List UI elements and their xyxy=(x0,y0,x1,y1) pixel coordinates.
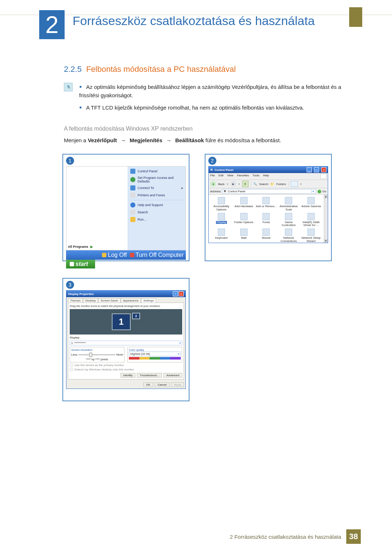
up-button[interactable]: ⬆ xyxy=(242,181,249,187)
chapter-title: Forráseszköz csatlakoztatása és használa… xyxy=(73,14,315,28)
cp-icon[interactable]: Display xyxy=(211,213,232,227)
primary-monitor-checkbox[interactable]: Use this device as the primary monitor. xyxy=(70,364,182,367)
tab-appearance[interactable]: Appearance xyxy=(121,298,141,303)
ok-button[interactable]: OK xyxy=(143,382,154,387)
go-button[interactable]: Go xyxy=(318,190,326,193)
cp-icon[interactable]: Accessibility Options xyxy=(211,197,232,212)
checkbox[interactable] xyxy=(70,364,73,367)
cp-icon[interactable]: Folder Options xyxy=(233,213,254,227)
tab-settings[interactable]: Settings xyxy=(141,298,156,303)
menu-help[interactable]: Help xyxy=(263,174,269,179)
cp-icon[interactable]: Administrative Tools xyxy=(278,197,299,212)
menu-program-access[interactable]: Set Program Access and Defaults xyxy=(130,175,184,184)
cp-icon[interactable]: Mouse xyxy=(256,229,277,243)
search-icon xyxy=(130,210,135,215)
log-off-button[interactable]: Log Off xyxy=(102,252,127,258)
slider-thumb[interactable] xyxy=(89,353,92,357)
view-button[interactable] xyxy=(291,181,298,187)
separator xyxy=(251,181,251,186)
cp-icon[interactable]: Fonts xyxy=(256,213,277,227)
minimize-button[interactable]: _ xyxy=(307,167,312,172)
scroll-down-button[interactable]: ▾ xyxy=(324,239,328,243)
slider-track[interactable] xyxy=(78,354,115,355)
cp-icon[interactable]: Mail xyxy=(233,229,254,243)
close-button[interactable]: × xyxy=(179,291,184,296)
menu-favorites[interactable]: Favorites xyxy=(237,174,249,179)
start-button[interactable]: start xyxy=(66,260,95,268)
cp-item-label: Network Setup Wizard xyxy=(301,237,322,243)
cp-icon[interactable]: Intel(R) GMA Driver for ... xyxy=(301,213,322,227)
cp-icon[interactable]: Adobe Gamma xyxy=(301,197,322,212)
forward-button[interactable]: ► xyxy=(230,181,236,187)
cancel-button[interactable]: Cancel xyxy=(155,382,170,387)
checkbox[interactable] xyxy=(70,368,73,371)
menu-control-panel[interactable]: Control Panel xyxy=(130,168,184,175)
color-preview xyxy=(129,357,181,360)
chevron-right-icon: ▶ xyxy=(90,245,93,249)
search-button[interactable]: Search xyxy=(259,182,268,186)
address-field[interactable]: 🛠 Control Panel ▾ xyxy=(222,189,316,194)
dropdown-icon[interactable]: ▾ xyxy=(178,352,179,356)
all-programs[interactable]: All Programs ▶ xyxy=(68,245,126,249)
monitor-1[interactable]: 1 xyxy=(112,313,131,330)
menu-run[interactable]: Run... xyxy=(130,216,184,223)
maximize-button[interactable]: ▭ xyxy=(314,167,319,172)
dropdown-icon[interactable]: ▾ xyxy=(179,341,181,345)
note-text-2: A TFT LCD kijelzők képminősége romolhat,… xyxy=(86,104,304,111)
extend-desktop-checkbox[interactable]: Extend my Windows desktop onto this moni… xyxy=(70,368,182,371)
cp-item-icon xyxy=(307,213,315,220)
scroll-thumb[interactable] xyxy=(324,198,328,239)
cp-item-label: Administrative Tools xyxy=(278,205,299,212)
menu-connect-to[interactable]: Connect To ▸ xyxy=(130,184,184,192)
start-menu-left: All Programs ▶ xyxy=(66,167,128,250)
menu-tools[interactable]: Tools xyxy=(253,174,260,179)
tab-screensaver[interactable]: Screen Saver xyxy=(98,298,120,303)
folders-button[interactable]: Folders xyxy=(276,182,286,186)
tab-desktop[interactable]: Desktop xyxy=(83,298,98,303)
cp-icon[interactable]: Game Controllers xyxy=(278,213,299,227)
dropdown-icon[interactable]: ▾ xyxy=(311,190,315,193)
window-titlebar[interactable]: 🛠 Control Panel _ ▭ × xyxy=(209,167,328,173)
chapter-number: 2 xyxy=(45,11,59,38)
cp-item-icon xyxy=(285,197,292,204)
help-button[interactable]: ? xyxy=(173,291,178,296)
menu-search[interactable]: Search xyxy=(130,209,184,216)
menu-file[interactable]: File xyxy=(210,174,215,179)
section-title: Felbontás módosítása a PC használatával xyxy=(86,65,236,74)
cp-icon[interactable]: Add Hardware xyxy=(233,197,254,212)
cp-item-label: Game Controllers xyxy=(278,221,299,227)
resolution-slider[interactable]: Less More xyxy=(71,353,123,356)
start-menu-footer: Log Off Turn Off Computer xyxy=(66,250,186,260)
tab-themes[interactable]: Themes xyxy=(68,298,83,303)
apply-button[interactable]: Apply xyxy=(171,382,184,387)
cp-icon[interactable]: Add or Remov... xyxy=(256,197,277,212)
resolution-title: Screen resolution xyxy=(71,348,123,352)
scroll-up-button[interactable]: ▴ xyxy=(324,195,328,198)
identify-button[interactable]: Identify xyxy=(121,373,136,378)
close-button[interactable]: × xyxy=(321,167,326,172)
window-titlebar[interactable]: Display Properties ? × xyxy=(66,291,185,297)
section-heading: 2.2.5 Felbontás módosítása a PC használa… xyxy=(64,65,359,74)
menu-edit[interactable]: Edit xyxy=(219,174,224,179)
pane-description: Drag the monitor icons to match the phys… xyxy=(70,304,182,308)
menu-view[interactable]: View xyxy=(227,174,233,179)
troubleshoot-button[interactable]: Troubleshoot... xyxy=(137,373,162,378)
start-menu-right: Control Panel Set Program Access and Def… xyxy=(128,167,185,250)
display-select[interactable]: 1. ********** ▾ xyxy=(70,341,182,345)
scrollbar[interactable]: ▴ ▾ xyxy=(324,195,328,243)
cp-item-label: Add Hardware xyxy=(234,205,253,208)
color-quality-select[interactable]: Highest (32 bit) ▾ xyxy=(129,352,181,356)
cp-icon[interactable]: Network Connections xyxy=(278,229,299,243)
cp-item-icon xyxy=(262,197,270,204)
advanced-button[interactable]: Advanced xyxy=(163,373,182,378)
panel-step-1: 1 All Programs ▶ Control Panel Set Pr xyxy=(62,154,189,261)
turn-off-button[interactable]: Turn Off Computer xyxy=(130,252,184,258)
monitor-2[interactable]: 2 xyxy=(132,313,140,319)
cp-item-label: Folder Options xyxy=(234,221,253,224)
menu-printers-faxes[interactable]: Printers and Faxes xyxy=(130,192,184,199)
cp-icon[interactable]: Network Setup Wizard xyxy=(301,229,322,243)
back-button[interactable]: ◄ xyxy=(210,181,216,187)
menu-help-support[interactable]: Help and Support xyxy=(130,201,184,209)
cp-item-label: Add or Remov... xyxy=(256,205,277,208)
cp-icon[interactable]: Keyboard xyxy=(211,229,232,243)
